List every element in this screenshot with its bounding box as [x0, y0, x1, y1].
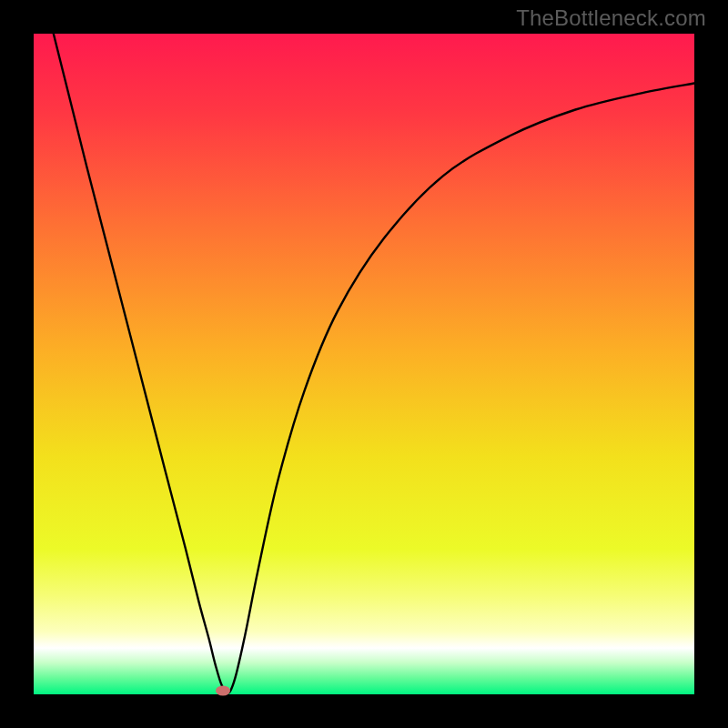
bottleneck-curve	[34, 34, 694, 694]
watermark-text: TheBottleneck.com	[516, 5, 706, 31]
minimum-marker	[216, 686, 230, 696]
plot-frame	[34, 34, 694, 694]
